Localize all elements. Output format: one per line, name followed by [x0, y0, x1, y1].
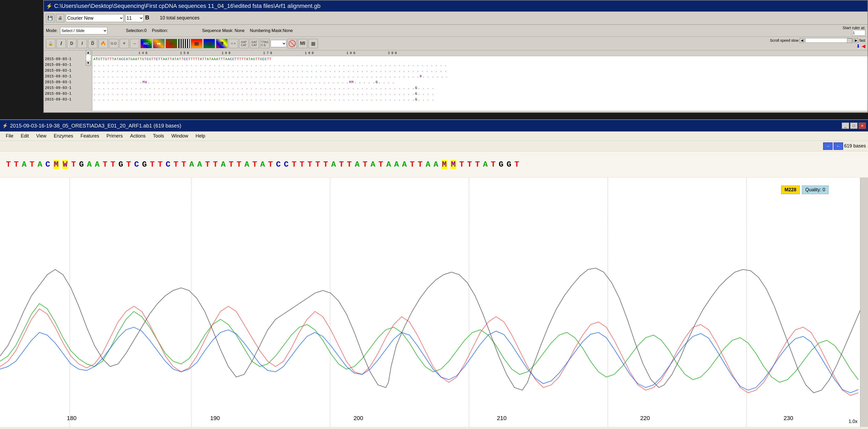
base-T23: T	[339, 160, 344, 169]
codon-tool1[interactable]: GATCAT	[239, 39, 249, 48]
base-A13: A	[386, 160, 391, 169]
backward-nav-button[interactable]: ←	[834, 142, 843, 150]
scroll-up-btn[interactable]: ▲	[86, 50, 91, 55]
color-tool4[interactable]: ▓▓	[191, 39, 203, 48]
color-tool2[interactable]: ■■	[153, 39, 164, 48]
menu-window[interactable]: Window	[168, 132, 192, 140]
base-A6: A	[197, 160, 202, 169]
base-A5: A	[189, 160, 194, 169]
arrow-tool[interactable]: ↔	[130, 39, 140, 48]
fire-tool[interactable]: 🔥	[98, 39, 108, 48]
bracket-tool[interactable]: < >	[228, 39, 238, 48]
base-T31: T	[475, 160, 480, 169]
alignment-window: ⚡ C:\Users\user\Desktop\Sequencing\First…	[43, 0, 868, 113]
color-tool1[interactable]: ABC	[141, 39, 152, 48]
delete-tool[interactable]: D	[67, 39, 76, 48]
start-ruler-input[interactable]	[852, 30, 865, 36]
base-T16: T	[252, 160, 257, 169]
base-T3: T	[30, 160, 34, 169]
base-A17: A	[434, 160, 438, 169]
plus-tool[interactable]: +	[119, 39, 129, 48]
seq-row-5: . . . . . . . . . . . MW . . . . . . . .…	[92, 79, 867, 85]
bold-button[interactable]: B	[145, 14, 153, 22]
vertical-scrollbar[interactable]	[860, 178, 868, 427]
base-A3: A	[87, 160, 92, 169]
scroll-down-arrow[interactable]: ⬇	[856, 43, 860, 49]
start-ruler-section: Start ruler at:	[842, 26, 865, 36]
maximize-button[interactable]: □	[850, 123, 858, 129]
base-A11: A	[355, 160, 360, 169]
forward-nav-button[interactable]: →	[823, 142, 833, 150]
base-T12: T	[205, 160, 210, 169]
pos-230: 230	[784, 415, 794, 422]
seq-name-7: 2015-09-03-1	[44, 91, 92, 97]
base-A12: A	[371, 160, 375, 169]
toolbar-row1: 💾 🖨 Courier New 11 B 10 total sequences	[44, 11, 867, 25]
base-T15: T	[237, 160, 241, 169]
color-tool3[interactable]: AC	[166, 39, 177, 48]
menu-features[interactable]: Features	[77, 132, 103, 140]
base-T27: T	[410, 160, 415, 169]
position-text: Position:	[152, 28, 168, 33]
base-T11: T	[181, 160, 186, 169]
menu-enzymes[interactable]: Enzymes	[50, 132, 77, 140]
base-A14: A	[394, 160, 399, 169]
color-tool6[interactable]: ⬛	[216, 39, 227, 48]
codon-select[interactable]	[271, 40, 286, 47]
menu-actions[interactable]: Actions	[126, 132, 149, 140]
italic-tool[interactable]: I	[56, 39, 66, 48]
scroll-speed-label: Scroll speed slow	[770, 38, 799, 42]
menu-tools[interactable]: Tools	[149, 132, 168, 140]
toolbar-row2: Mode: Select / Slide Selection:0 Positio…	[44, 25, 867, 37]
overtype-tool[interactable]: D	[88, 39, 97, 48]
font-selector[interactable]: Courier New	[66, 14, 124, 22]
base-T22: T	[323, 160, 328, 169]
base-T1: T	[6, 160, 11, 169]
no-tool[interactable]: 🚫	[287, 39, 297, 48]
grid-tool[interactable]: ▦	[308, 39, 318, 48]
base-T14: T	[228, 160, 233, 169]
menu-file[interactable]: File	[2, 132, 17, 140]
scroll-down-btn[interactable]: ▼	[86, 61, 91, 65]
pos-180: 180	[67, 415, 76, 422]
seq-toolbar: → ← 619 bases	[0, 141, 868, 152]
scroll-right-arrow[interactable]: ◀	[862, 43, 865, 49]
print-button[interactable]: 🖨	[56, 14, 64, 22]
font-size-selector[interactable]: 11	[125, 14, 144, 22]
seq-name-6: 2015-09-03-1	[44, 85, 92, 91]
seq-row-7: . . . . . . . . . . . . . . . . . . . . …	[92, 91, 867, 97]
mode-selector[interactable]: Select / Slide	[60, 27, 107, 34]
mi-tool[interactable]: MI	[298, 39, 307, 48]
menu-primers[interactable]: Primers	[103, 132, 126, 140]
pos-220: 220	[640, 415, 650, 422]
color-tool5[interactable]: ▓▓	[204, 39, 215, 48]
sequence-mask-text: Sequence Mask: None	[202, 28, 245, 33]
save-button[interactable]: 💾	[46, 14, 54, 22]
selection-text: Selection:0	[126, 28, 147, 33]
close-button[interactable]: ✕	[859, 123, 866, 129]
menu-view[interactable]: View	[33, 132, 50, 140]
insert-tool[interactable]: I	[78, 39, 87, 48]
codon-tool3[interactable]: TTAGC·E	[260, 39, 270, 48]
lock-tool[interactable]: 🔒	[46, 39, 55, 48]
base-T10: T	[174, 160, 178, 169]
codon-tool2[interactable]: GATCAT	[250, 39, 259, 48]
base-G3: G	[142, 160, 147, 169]
left-scrollbar[interactable]: ▲ ▼	[86, 50, 91, 66]
base-T19: T	[300, 160, 305, 169]
scroll-speed-bar[interactable]: ◀ ▶	[800, 38, 858, 43]
menu-help[interactable]: Help	[192, 132, 209, 140]
gd-tool[interactable]: G·D	[109, 39, 118, 48]
scroll-track[interactable]	[805, 38, 852, 43]
menu-edit[interactable]: Edit	[17, 132, 33, 140]
stripe-tool[interactable]	[178, 39, 190, 48]
chromatogram-area: M228 Quality: 0 180 190 200 210 220	[0, 178, 868, 427]
seq-name-2: 2015-09-03-1	[44, 62, 92, 68]
minimize-button[interactable]: _	[842, 123, 849, 129]
quality-badge: Quality: 0	[802, 186, 829, 194]
position-indicator: M228 Quality: 0	[781, 186, 829, 194]
seq-name-5: 2015-09-03-1	[44, 79, 92, 85]
scroll-left[interactable]: ◀	[800, 38, 804, 43]
base-C2: C	[134, 160, 139, 169]
scroll-right[interactable]: ▶	[854, 38, 858, 43]
